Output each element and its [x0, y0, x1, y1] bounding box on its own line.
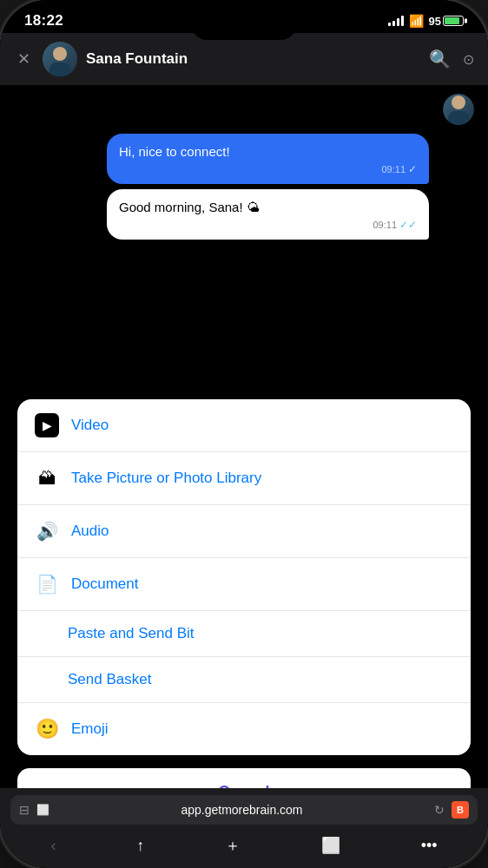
phone-frame: 18:22 📶 95 ✕ — [0, 0, 488, 868]
signal-bars — [388, 16, 404, 26]
action-emoji-label: Emoji — [71, 720, 109, 738]
photo-icon: 🏔 — [35, 466, 59, 490]
action-emoji[interactable]: 🙂 Emoji — [17, 703, 471, 755]
action-video-label: Video — [71, 417, 109, 434]
action-paste-send[interactable]: Paste and Send Bit — [17, 611, 471, 657]
status-time: 18:22 — [24, 12, 63, 30]
message-text-2: Good morning, Sana! 🌤 — [119, 198, 417, 216]
action-audio-label: Audio — [71, 523, 109, 540]
message-time-2: 09:11 — [373, 220, 397, 230]
action-send-basket-label: Send Basket — [68, 671, 151, 687]
battery-icon — [443, 16, 464, 26]
received-avatar — [443, 94, 474, 125]
status-icons: 📶 95 — [388, 14, 464, 28]
message-time-1: 09:11 — [381, 164, 406, 174]
share-button[interactable]: ↑ — [128, 833, 153, 858]
checkmarks-1: ✓ — [408, 163, 417, 175]
close-button[interactable]: ✕ — [14, 46, 34, 72]
emoji-icon: 🙂 — [35, 717, 59, 741]
checkmarks-2: ✓✓ — [399, 219, 417, 231]
action-paste-send-label: Paste and Send Bit — [68, 625, 195, 641]
more-nav-button[interactable]: ••• — [412, 833, 446, 858]
message-text-1: Hi, nice to connect! — [119, 142, 417, 161]
contact-name: Sana Fountain — [86, 50, 420, 68]
action-send-basket[interactable]: Send Basket — [17, 657, 471, 703]
chat-header: ✕ Sana Fountain 🔍 ⊙ — [0, 33, 488, 85]
battery-level: 95 — [429, 15, 441, 28]
wifi-icon: 📶 — [409, 14, 424, 28]
page-icon: ⬜ — [36, 804, 49, 816]
back-button[interactable]: ‹ — [42, 833, 64, 858]
new-tab-button[interactable]: ＋ — [216, 832, 249, 859]
message-bubble-1: Hi, nice to connect! 09:11 ✓ — [107, 134, 429, 184]
action-video[interactable]: ▶ Video — [17, 399, 471, 452]
chat-area: Hi, nice to connect! 09:11 ✓ Good mornin… — [0, 85, 488, 259]
dynamic-island — [192, 10, 296, 40]
search-icon[interactable]: 🔍 — [429, 49, 451, 69]
tabs-button[interactable]: ⬜ — [313, 832, 349, 858]
action-document[interactable]: 📄 Document — [17, 558, 471, 611]
video-icon: ▶ — [35, 413, 59, 437]
browser-bar: ⊟ ⬜ app.getmorebrain.com ↻ B ‹ ↑ ＋ ⬜ ••• — [0, 788, 488, 868]
bookmark-icon: ⊟ — [19, 803, 30, 817]
action-sheet: ▶ Video 🏔 Take Picture or Photo Library … — [17, 399, 471, 755]
document-icon: 📄 — [35, 572, 59, 596]
more-icon[interactable]: ⊙ — [463, 51, 474, 68]
header-actions: 🔍 ⊙ — [429, 49, 474, 69]
action-photo[interactable]: 🏔 Take Picture or Photo Library — [17, 452, 471, 505]
brave-badge: B — [452, 801, 469, 819]
phone-screen: 18:22 📶 95 ✕ — [0, 0, 488, 868]
battery: 95 — [429, 15, 464, 28]
browser-url[interactable]: app.getmorebrain.com — [56, 803, 427, 817]
action-photo-label: Take Picture or Photo Library — [71, 470, 261, 487]
action-audio[interactable]: 🔊 Audio — [17, 505, 471, 558]
contact-avatar[interactable] — [43, 42, 77, 76]
action-document-label: Document — [71, 575, 138, 593]
browser-nav: ‹ ↑ ＋ ⬜ ••• — [10, 830, 478, 861]
reload-icon[interactable]: ↻ — [434, 803, 445, 817]
browser-url-row[interactable]: ⊟ ⬜ app.getmorebrain.com ↻ B — [10, 795, 478, 825]
audio-icon: 🔊 — [35, 519, 59, 543]
message-bubble-2: Good morning, Sana! 🌤 09:11 ✓✓ — [107, 189, 429, 240]
